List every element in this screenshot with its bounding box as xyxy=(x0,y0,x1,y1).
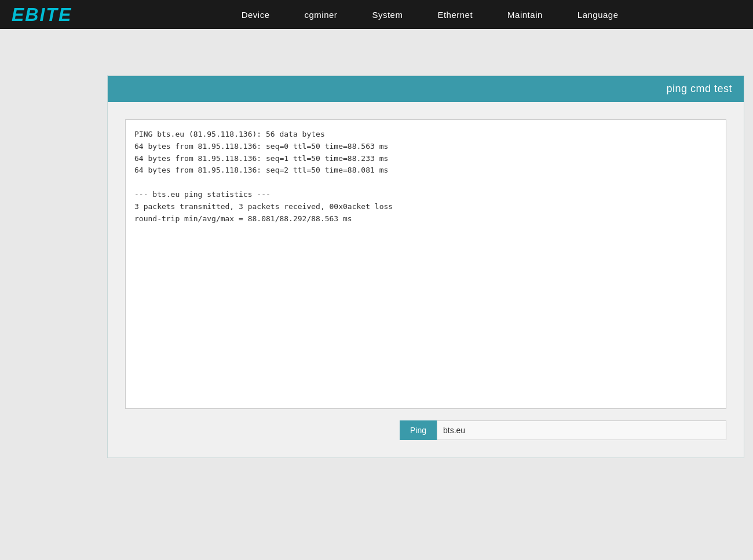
card-header: ping cmd test xyxy=(108,76,744,102)
nav-cgminer[interactable]: cgminer xyxy=(305,10,338,20)
nav-maintain[interactable]: Maintain xyxy=(507,10,543,20)
nav-language[interactable]: Language xyxy=(577,10,619,20)
nav-system[interactable]: System xyxy=(372,10,403,20)
main-content: ping cmd test PING bts.eu (81.95.118.136… xyxy=(0,29,753,504)
ping-button[interactable]: Ping xyxy=(400,420,437,440)
logo-letter-i: I xyxy=(39,4,46,25)
navbar: EBITE Device cgminer System Ethernet Mai… xyxy=(0,0,753,29)
logo: EBITE xyxy=(12,4,72,25)
nav-links: Device cgminer System Ethernet Maintain … xyxy=(118,10,741,20)
ping-card: ping cmd test PING bts.eu (81.95.118.136… xyxy=(107,75,744,458)
nav-device[interactable]: Device xyxy=(242,10,270,20)
logo-letter-e: E xyxy=(12,4,25,25)
card-title: ping cmd test xyxy=(666,83,732,94)
nav-ethernet[interactable]: Ethernet xyxy=(437,10,473,20)
terminal-output: PING bts.eu (81.95.118.136): 56 data byt… xyxy=(125,119,726,409)
ping-row: Ping xyxy=(125,420,726,440)
logo-letter-b: B xyxy=(25,4,39,25)
logo-letter-e2: E xyxy=(59,4,72,25)
logo-letter-t: T xyxy=(46,4,59,25)
card-body: PING bts.eu (81.95.118.136): 56 data byt… xyxy=(108,102,744,457)
ping-input[interactable] xyxy=(437,420,726,440)
